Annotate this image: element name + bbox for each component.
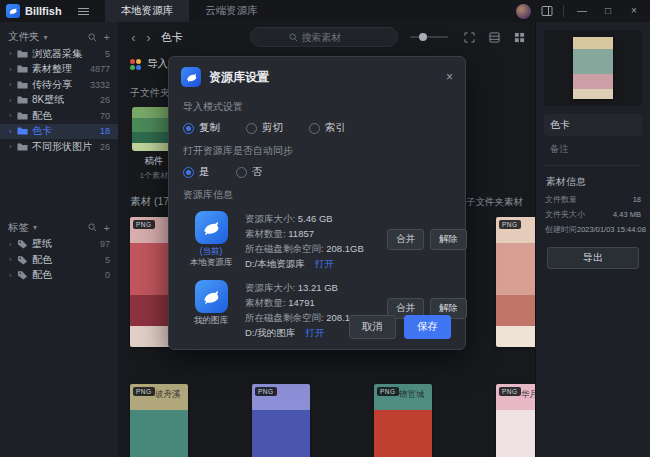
radio-option[interactable]: 剪切 [246, 121, 283, 135]
tab-local-library[interactable]: 本地资源库 [105, 0, 190, 22]
folder-count: 26 [100, 142, 110, 152]
folder-count: 5 [105, 49, 110, 59]
asset-card[interactable]: PNG [496, 217, 535, 347]
cancel-button[interactable]: 取消 [349, 315, 396, 339]
format-badge: PNG [377, 387, 399, 396]
panel-toggle-icon[interactable] [541, 5, 553, 17]
chevron-down-icon[interactable]: ▾ [33, 223, 37, 232]
folder-label: 不同形状图片 [32, 140, 96, 154]
asset-card[interactable]: PNG [252, 384, 310, 457]
sidebar-tag-item[interactable]: › 配色 0 [0, 268, 118, 284]
merge-button[interactable]: 合并 [387, 229, 424, 250]
tag-icon [17, 270, 28, 280]
asset-card[interactable]: PNG 玻舟溪 [130, 384, 188, 457]
library-info-section-label: 资源库信息 [183, 188, 451, 202]
info-label: 文件夹大小 [545, 209, 585, 220]
search-icon[interactable] [88, 223, 97, 232]
sidebar-folder-item[interactable]: › 素材整理 4877 [0, 62, 118, 78]
sidebar-folder-item[interactable]: › 浏览器采集 5 [0, 46, 118, 62]
add-folder-icon[interactable]: + [104, 32, 110, 42]
radio-option[interactable]: 复制 [183, 121, 220, 135]
sidebar-folder-item[interactable]: › 配色 70 [0, 108, 118, 124]
forward-button[interactable]: › [141, 30, 156, 45]
user-avatar[interactable] [516, 4, 531, 19]
billfish-logo [181, 67, 201, 87]
search-input[interactable] [302, 32, 360, 43]
billfish-logo [195, 280, 228, 313]
chevron-right-icon: › [9, 96, 17, 105]
asset-preview[interactable] [573, 37, 613, 99]
asset-title-field[interactable]: 色卡 [544, 114, 642, 136]
toolbar: ‹ › 色卡 [118, 22, 535, 52]
radio-option[interactable]: 否 [236, 165, 263, 179]
minimize-button[interactable]: — [574, 0, 590, 22]
zoom-slider-knob[interactable] [419, 33, 427, 41]
sidebar-tag-item[interactable]: › 配色 5 [0, 252, 118, 268]
back-button[interactable]: ‹ [126, 30, 141, 45]
open-link[interactable]: 打开 [305, 327, 324, 338]
folder-icon [17, 111, 28, 121]
sync-radio-group: 是 否 [183, 165, 451, 179]
search-input-wrap[interactable] [250, 27, 398, 47]
open-link[interactable]: 打开 [315, 258, 334, 269]
dialog-title: 资源库设置 [209, 69, 269, 86]
import-mode-radio-group: 复制 剪切 索引 [183, 121, 451, 135]
sidebar-folder-item[interactable]: › 传待分享 3332 [0, 77, 118, 93]
color-card-image [496, 217, 535, 347]
asset-card[interactable]: PNG 华月红 [496, 384, 535, 457]
folder-label: 浏览器采集 [32, 47, 101, 61]
folder-count: 70 [100, 111, 110, 121]
current-badge: (当前) [183, 246, 239, 257]
library-count-row: 素材数量: 11857 [245, 226, 387, 241]
unlink-button[interactable]: 解除 [430, 229, 467, 250]
library-path: D:/我的图库 [245, 327, 295, 338]
maximize-button[interactable]: □ [600, 0, 616, 22]
expand-icon[interactable] [464, 32, 475, 43]
tag-label: 壁纸 [32, 237, 96, 251]
layout-icon[interactable] [489, 32, 500, 43]
info-section-header: 素材信息 [546, 175, 640, 189]
tag-label: 配色 [32, 268, 101, 282]
library-disk-row: 所在磁盘剩余空间: 208.1GB [245, 241, 387, 256]
close-icon[interactable]: × [446, 71, 453, 83]
folders-section-header: 文件夹 ▾ + [0, 28, 118, 46]
add-tag-icon[interactable]: + [104, 223, 110, 233]
tags-section-header: 标签 ▾ + [0, 219, 118, 237]
radio-label: 索引 [325, 121, 346, 135]
folder-icon [17, 95, 28, 105]
library-count-row: 素材数量: 14791 [245, 295, 387, 310]
sidebar-folder-item[interactable]: › 色卡 18 [0, 124, 118, 140]
library-name: 本地资源库 [183, 257, 239, 268]
folder-icon [17, 126, 28, 136]
close-button[interactable]: × [626, 0, 642, 22]
radio-icon [183, 123, 194, 134]
radio-option[interactable]: 是 [183, 165, 210, 179]
grid-view-icon[interactable] [514, 32, 525, 43]
sidebar-folder-item[interactable]: › 不同形状图片 26 [0, 139, 118, 155]
radio-label: 是 [199, 165, 210, 179]
radio-option[interactable]: 索引 [309, 121, 346, 135]
tab-cloud-library[interactable]: 云端资源库 [189, 0, 274, 22]
sidebar-tag-item[interactable]: › 壁纸 97 [0, 237, 118, 253]
card-title: 玻舟溪 [155, 389, 181, 401]
export-button[interactable]: 导出 [547, 247, 639, 269]
info-value: 18 [633, 195, 641, 204]
zoom-slider[interactable] [410, 36, 448, 38]
sidebar-folder-item[interactable]: › 8K壁纸 26 [0, 93, 118, 109]
asset-info-row: 文件夹大小 4.43 MB [545, 209, 641, 220]
asset-card[interactable]: PNG 锦官城 [374, 384, 432, 457]
chevron-right-icon: › [9, 127, 17, 136]
note-input[interactable]: 备注 [544, 140, 642, 166]
search-icon[interactable] [88, 33, 97, 42]
chevron-down-icon[interactable]: ▾ [44, 33, 48, 42]
format-badge: PNG [133, 387, 155, 396]
info-label: 创建时间 [545, 224, 577, 235]
chevron-right-icon: › [9, 142, 17, 151]
save-button[interactable]: 保存 [404, 315, 451, 339]
folder-count: 3332 [90, 80, 110, 90]
menu-icon[interactable] [78, 8, 89, 15]
folder-count: 26 [100, 95, 110, 105]
format-badge: PNG [255, 387, 277, 396]
library-name: 我的图库 [183, 315, 239, 326]
materials-section-label: 素材 (17) [130, 195, 173, 209]
